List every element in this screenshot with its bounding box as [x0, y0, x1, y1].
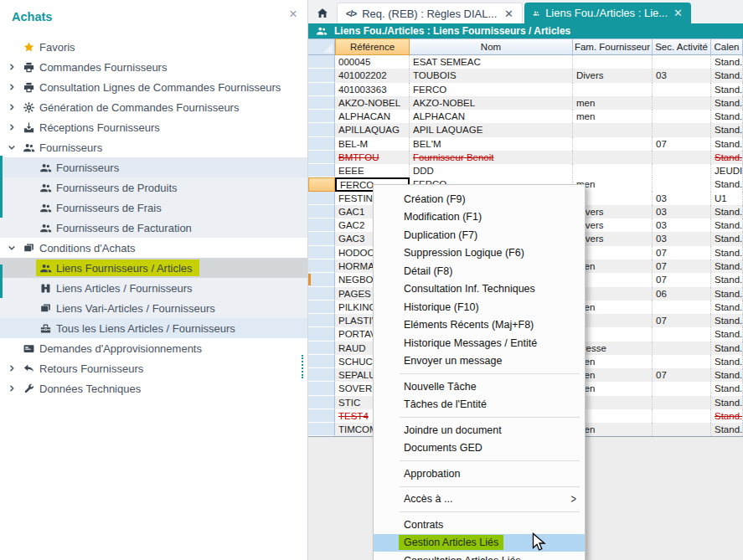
- cell-sec[interactable]: 07: [653, 273, 711, 286]
- sidebar-item-commandes-fournisseurs[interactable]: Commandes Fournisseurs: [0, 57, 307, 77]
- table-row-401002202[interactable]: 401002202TOUBOISDivers03Stand.: [308, 69, 743, 82]
- cell-cal[interactable]: Stand.: [711, 396, 743, 409]
- row-selector[interactable]: [308, 259, 335, 273]
- cell-cal[interactable]: Stand.: [711, 355, 743, 368]
- sidebar-item-r-ceptions-fournisseurs[interactable]: Réceptions Fournisseurs: [0, 117, 307, 137]
- cell-cal[interactable]: Stand.: [711, 259, 743, 273]
- chevron-down-icon[interactable]: [7, 142, 17, 152]
- cell-ref[interactable]: BEL-M: [335, 137, 410, 151]
- tab-liens-fournisseurs-articles[interactable]: Liens Fou./Articles : Lie... ✕: [524, 3, 691, 23]
- row-selector[interactable]: [308, 83, 335, 96]
- row-selector[interactable]: [308, 301, 335, 314]
- column-header-nom[interactable]: Nom: [410, 39, 573, 55]
- sidebar-item-liens-fournisseurs-articles[interactable]: Liens Fournisseurs / Articles: [0, 258, 307, 278]
- row-selector[interactable]: [308, 232, 335, 245]
- column-header-sec-activit[interactable]: Sec. Activité: [653, 39, 711, 55]
- cell-cal[interactable]: Stand.: [711, 342, 743, 355]
- sidebar-item-liens-vari-articles-fournisseurs[interactable]: Liens Vari-Articles / Fournisseurs: [0, 298, 307, 318]
- row-selector[interactable]: [308, 246, 335, 259]
- row-selector[interactable]: [308, 287, 335, 301]
- table-row-alphacan[interactable]: ALPHACANALPHACANmenStand.: [308, 110, 743, 123]
- menu-item-suppression-logique-f6[interactable]: Suppression Logique (F6): [374, 244, 585, 263]
- row-selector[interactable]: [308, 192, 335, 205]
- menu-item-documents-ged[interactable]: Documents GED: [374, 439, 585, 458]
- menu-item-d-tail-f8[interactable]: Détail (F8): [374, 262, 585, 280]
- cell-cal[interactable]: Stand.: [711, 368, 743, 382]
- row-selector[interactable]: [308, 409, 335, 423]
- cell-cal[interactable]: Stand.: [711, 314, 743, 327]
- cell-nom[interactable]: ALPHACAN: [410, 110, 573, 123]
- row-selector[interactable]: [308, 218, 335, 232]
- menu-item-duplication-f7[interactable]: Duplication (F7): [374, 226, 585, 244]
- chevron-down-icon[interactable]: [7, 243, 17, 253]
- table-row-bel-m[interactable]: BEL-MBEL'M07Stand.: [308, 137, 743, 151]
- select-all-corner[interactable]: [308, 39, 335, 55]
- cell-nom[interactable]: TOUBOIS: [410, 69, 573, 82]
- menu-item-contrats[interactable]: Contrats: [374, 516, 585, 534]
- sidebar-item-consultation-lignes-de-commandes-fournisseurs[interactable]: Consultation Lignes de Commandes Fournis…: [0, 77, 307, 97]
- column-header-fam-fournisseur[interactable]: Fam. Fournisseur: [573, 39, 653, 55]
- sidebar-item-donn-es-techniques[interactable]: Données Techniques: [0, 378, 307, 398]
- menu-item-historique-messages-entit[interactable]: Historique Messages / Entité: [374, 334, 585, 352]
- menu-item-consultation-articles-li-s[interactable]: Consultation Articles Liés: [374, 552, 585, 560]
- cell-sec[interactable]: [653, 151, 711, 164]
- cell-sec[interactable]: [653, 382, 711, 395]
- cell-cal[interactable]: Stand.: [711, 55, 743, 69]
- cell-cal[interactable]: Stand.: [711, 301, 743, 314]
- row-selector[interactable]: [308, 273, 335, 286]
- cell-ref[interactable]: ALPHACAN: [335, 110, 410, 123]
- sidebar-item-fournisseurs-de-produits[interactable]: Fournisseurs de Produits: [0, 177, 307, 198]
- row-selector[interactable]: [308, 342, 335, 355]
- menu-item-cr-ation-f9[interactable]: Création (F9): [374, 190, 585, 208]
- cell-sec[interactable]: [653, 177, 711, 191]
- menu-item-envoyer-un-message[interactable]: Envoyer un message: [374, 352, 585, 371]
- cell-cal[interactable]: Stand.: [711, 246, 743, 259]
- cell-nom[interactable]: DDD: [410, 164, 573, 177]
- cell-sec[interactable]: 07: [653, 259, 711, 273]
- cell-ref[interactable]: AKZO-NOBEL: [335, 96, 410, 110]
- cell-sec[interactable]: 07: [653, 246, 711, 259]
- table-row-apillaquag[interactable]: APILLAQUAGAPIL LAQUAGEStand.: [308, 123, 743, 136]
- tab-close-icon[interactable]: ✕: [504, 8, 513, 20]
- row-selector[interactable]: [308, 396, 335, 409]
- cell-cal[interactable]: Stand.: [711, 96, 743, 110]
- tab-requete[interactable]: </> Req. (REB) : Règles DIAL... ✕: [337, 3, 523, 23]
- cell-sec[interactable]: 03: [653, 205, 711, 218]
- cell-sec[interactable]: 07: [653, 137, 711, 151]
- cell-fam[interactable]: [573, 123, 653, 136]
- sidebar-item-fournisseurs[interactable]: Fournisseurs: [0, 137, 307, 157]
- row-selector[interactable]: [308, 69, 335, 82]
- chevron-right-icon[interactable]: [7, 102, 17, 112]
- row-selector[interactable]: [308, 355, 335, 368]
- row-selector[interactable]: [308, 137, 335, 151]
- cell-sec[interactable]: [653, 396, 711, 409]
- cell-ref[interactable]: 000045: [335, 55, 410, 69]
- cell-sec[interactable]: [653, 123, 711, 136]
- cell-cal[interactable]: Stand.: [711, 423, 743, 436]
- cell-nom[interactable]: FERCO: [410, 83, 573, 96]
- row-selector[interactable]: [308, 151, 335, 164]
- sidebar-item-fournisseurs-de-frais[interactable]: Fournisseurs de Frais: [0, 198, 307, 218]
- cell-cal[interactable]: JEUDI: [711, 164, 743, 177]
- cell-nom[interactable]: APIL LAQUAGE: [410, 123, 573, 136]
- cell-nom[interactable]: ESAT SEMEAC: [410, 55, 573, 69]
- cell-fam[interactable]: men: [573, 110, 653, 123]
- menu-item-t-ches-de-l-entit[interactable]: Tâches de l'Entité: [374, 396, 585, 414]
- chevron-right-icon[interactable]: [7, 82, 17, 92]
- cell-fam[interactable]: [573, 164, 653, 177]
- menu-item-el-ments-r-cents-maj-f8[interactable]: Eléments Récents (Maj+F8): [374, 316, 585, 335]
- sidebar-item-tous-les-liens-articles-fournisseurs[interactable]: Tous les Liens Articles / Fournisseurs: [0, 318, 307, 338]
- sidebar-item-retours-fournisseurs[interactable]: Retours Fournisseurs: [0, 358, 307, 378]
- sidebar-splitter-handle[interactable]: [302, 355, 303, 378]
- cell-cal[interactable]: Stand.: [711, 327, 743, 341]
- menu-item-nouvelle-t-che[interactable]: Nouvelle Tâche: [374, 378, 585, 396]
- menu-item-modification-f1[interactable]: Modification (F1): [374, 208, 585, 227]
- sidebar-item-favoris[interactable]: Favoris: [0, 37, 307, 57]
- cell-sec[interactable]: [653, 327, 711, 341]
- menu-item-historique-f10[interactable]: Historique (F10): [374, 298, 585, 316]
- table-row-401003363[interactable]: 401003363FERCOStand.: [308, 83, 743, 96]
- cell-cal[interactable]: Stand.: [711, 151, 743, 164]
- table-row-bmtfou[interactable]: BMTFOUFournisseur BenoitStand.: [308, 151, 743, 164]
- sidebar-item-liens-articles-fournisseurs[interactable]: Liens Articles / Fournisseurs: [0, 278, 307, 298]
- cell-nom[interactable]: AKZO-NOBEL: [410, 96, 573, 110]
